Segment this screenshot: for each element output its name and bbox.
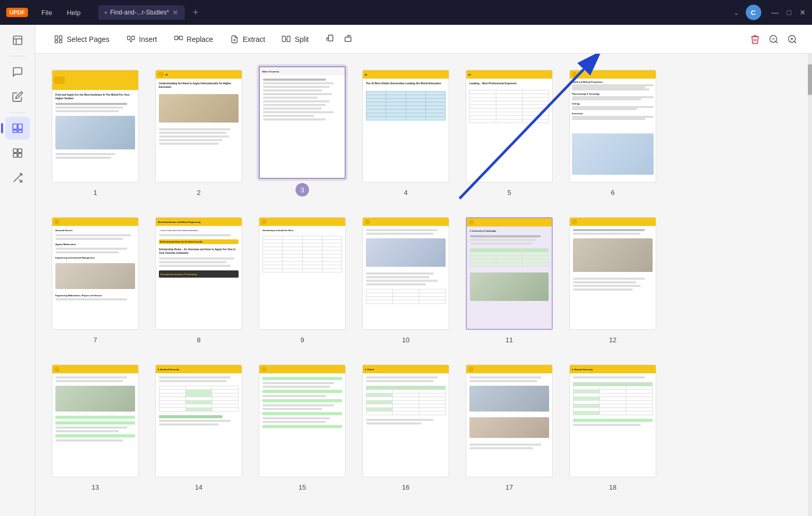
page-thumb-10 (362, 217, 449, 330)
page-number-12: 12 (609, 336, 616, 344)
sidebar-item-organize[interactable] (5, 142, 30, 164)
user-avatar[interactable]: C (746, 5, 761, 20)
page-item-13[interactable]: 13 (52, 365, 139, 491)
insert-button[interactable]: Insert (118, 31, 166, 48)
pages-row-3: 13 4. Stanford University (52, 365, 791, 491)
page-item-5[interactable]: 03 Leading... Best Professional Exposure (466, 70, 553, 196)
page-item-6[interactable]: Health and Medical Preparation Pharmacol… (569, 70, 656, 196)
page-item-1[interactable]: Find and Apply For the Best Institutes I… (52, 70, 139, 196)
extract-label: Extract (243, 35, 265, 43)
page-item-3[interactable]: Table of Contents (259, 66, 346, 196)
page-number-10: 10 (402, 336, 409, 344)
page-thumb-13 (52, 365, 139, 477)
page-item-10[interactable]: 10 (362, 217, 449, 344)
sidebar-divider-1 (9, 56, 26, 56)
page-number-badge-3: 3 (296, 183, 309, 196)
page-thumb-11: 5. University of Cambridge (466, 217, 553, 330)
sidebar-divider-2 (9, 112, 26, 113)
menu-help[interactable]: Help (62, 7, 86, 19)
page-number-15: 15 (299, 483, 306, 491)
svg-rect-9 (13, 154, 17, 157)
page-number-17: 17 (506, 483, 513, 491)
svg-rect-28 (329, 35, 333, 41)
select-pages-button[interactable]: Select Pages (46, 31, 118, 48)
page-item-18[interactable]: 5. Harvard University (569, 365, 656, 491)
split-label: Split (294, 35, 308, 43)
page-number-2: 2 (197, 189, 200, 196)
active-indicator (1, 123, 3, 133)
rotate-landscape-button[interactable] (340, 30, 359, 49)
page-thumb-4: 02 The 10 Best Global Universities Leadi… (362, 70, 449, 183)
zoom-out-button[interactable] (764, 30, 783, 49)
page-thumb-9: Scholarships Included for Best... (259, 217, 346, 330)
svg-rect-15 (55, 40, 57, 43)
page-item-7[interactable]: Actuarial Science Applied Mathematics En… (52, 217, 139, 344)
split-button[interactable]: Split (273, 31, 317, 48)
zoom-in-button[interactable] (783, 30, 802, 49)
tab-close-button[interactable]: ✕ (172, 8, 179, 17)
minimize-button[interactable]: — (772, 8, 779, 17)
sidebar-item-edit[interactable] (5, 85, 30, 108)
sidebar-item-read[interactable] (5, 29, 30, 52)
svg-rect-7 (13, 149, 17, 153)
svg-rect-26 (287, 36, 290, 42)
active-tab[interactable]: ▾ Find-and-...r-Studies* ✕ (98, 5, 185, 20)
page-number-13: 13 (92, 483, 99, 491)
sidebar-item-comment[interactable] (5, 60, 30, 83)
page-thumb-3: Table of Contents (259, 66, 346, 179)
sidebar-item-convert[interactable] (5, 166, 30, 189)
replace-button[interactable]: Replace (166, 31, 222, 48)
page-thumb-16: 6. Oxford (362, 365, 449, 477)
new-tab-button[interactable]: + (189, 7, 203, 18)
page-thumb-14: 4. Stanford University (155, 365, 242, 477)
page-item-4[interactable]: 02 The 10 Best Global Universities Leadi… (362, 70, 449, 196)
svg-rect-25 (283, 36, 286, 42)
tab-dropdown-arrow[interactable]: ▾ (105, 10, 107, 16)
scrollbar[interactable] (808, 54, 812, 516)
svg-line-12 (19, 179, 22, 183)
rotate-portrait-button[interactable] (321, 30, 340, 49)
page-number-11: 11 (506, 336, 513, 344)
svg-rect-29 (345, 37, 351, 41)
page-item-16[interactable]: 6. Oxford (362, 365, 449, 491)
close-button[interactable]: ✕ (800, 8, 806, 17)
app-logo: UPDF (6, 8, 28, 17)
window-list-button[interactable]: ⌄ (731, 6, 742, 19)
tab-title: Find-and-...r-Studies* (110, 9, 169, 16)
page-item-15[interactable]: 15 (259, 365, 346, 491)
page-thumb-17 (466, 365, 553, 477)
delete-button[interactable] (746, 30, 764, 49)
sidebar (0, 25, 35, 516)
page-item-17[interactable]: 17 (466, 365, 553, 491)
page-item-14[interactable]: 4. Stanford University (155, 365, 242, 491)
titlebar: UPDF File Help ▾ Find-and-...r-Studies* … (0, 0, 812, 25)
select-pages-label: Select Pages (67, 35, 110, 43)
sidebar-item-pages[interactable] (5, 117, 30, 140)
page-number-7: 7 (93, 336, 97, 344)
svg-rect-5 (12, 130, 17, 133)
svg-rect-18 (131, 36, 134, 40)
pages-row-2: Actuarial Science Applied Mathematics En… (52, 217, 791, 344)
svg-rect-14 (60, 36, 62, 39)
maximize-button[interactable]: □ (787, 8, 791, 17)
content-area: Select Pages Insert (35, 25, 812, 516)
svg-rect-17 (127, 36, 130, 40)
page-number-5: 5 (507, 189, 511, 196)
page-number-16: 16 (402, 483, 409, 491)
pages-row-1: Find and Apply For the Best Institutes I… (52, 66, 791, 196)
page-item-2[interactable]: 01 Understanding the Need to Apply Inter… (155, 70, 242, 196)
svg-rect-4 (18, 124, 22, 129)
page-item-8[interactable]: About Architecture and Marine Engineerin… (155, 217, 242, 344)
svg-rect-13 (55, 36, 57, 39)
page-item-12[interactable]: 12 (569, 217, 656, 344)
insert-label: Insert (139, 35, 157, 43)
extract-button[interactable]: Extract (222, 31, 274, 48)
svg-line-31 (776, 41, 778, 43)
svg-line-34 (794, 41, 796, 43)
page-number-6: 6 (611, 189, 614, 196)
menu-file[interactable]: File (36, 7, 57, 19)
svg-rect-22 (179, 36, 182, 40)
page-item-9[interactable]: Scholarships Included for Best... (259, 217, 346, 344)
page-item-11[interactable]: 5. University of Cambridge (466, 217, 553, 344)
page-number-4: 4 (404, 189, 407, 196)
